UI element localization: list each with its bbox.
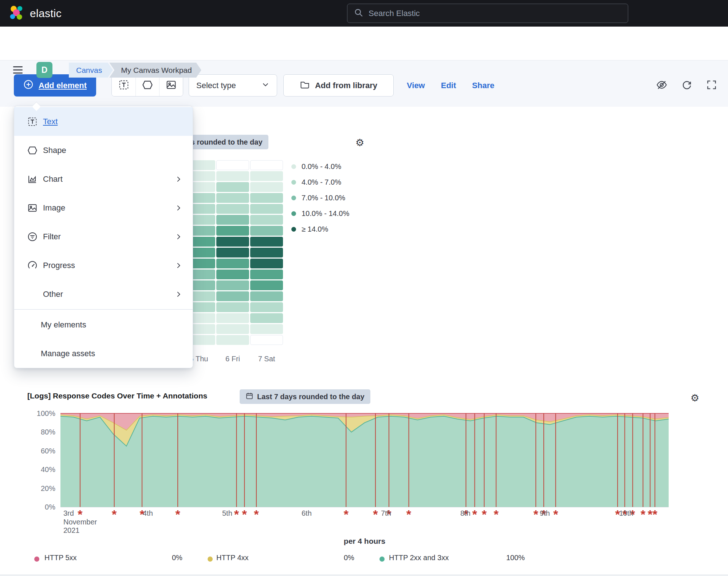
menu-item-my-elements[interactable]: My elements [14,310,193,339]
view-controls [656,74,717,97]
fullscreen-button[interactable] [706,79,717,91]
x-axis-caption: per 4 hours [60,537,669,546]
share-link[interactable]: Share [472,81,494,90]
heatmap-cell [216,280,249,290]
menu-item-label: Image [43,203,65,213]
insert-text-button[interactable] [112,75,135,96]
element-menu-items: TextShapeChartImageFilterProgressOther [14,107,193,308]
menu-item-label: Other [43,290,63,299]
time-badge-label: Last 7 days rounded to the day [257,393,365,401]
logs-chart-svg: ************************0%20%40%60%80%10… [0,408,728,535]
menu-divider [14,309,193,310]
breadcrumb-workpad: My Canvas Workpad [109,63,201,78]
legend-label[interactable]: HTTP 2xx and 3xx [389,554,449,562]
annotation-marker[interactable]: * [373,507,378,521]
view-link[interactable]: View [407,81,425,90]
menu-item-shape[interactable]: Shape [14,136,193,165]
heatmap-cell [216,204,249,214]
global-search[interactable] [347,4,628,23]
legend-label[interactable]: HTTP 5xx [44,554,77,562]
heatmap-legend-item[interactable]: 7.0% - 10.0% [291,190,349,206]
canvas-app: elastic D Canvas My Canvas Workpad Add e… [0,0,728,578]
heatmap-x-label: 6 Fri [216,355,249,363]
edit-link[interactable]: Edit [441,81,456,90]
heatmap-legend-item[interactable]: ≥ 14.0% [291,221,349,237]
elastic-home-button[interactable]: elastic [9,5,62,22]
plus-circle-icon [23,79,34,92]
chevron-right-icon [174,175,182,183]
heatmap-cell [250,182,283,192]
search-icon [354,8,363,19]
elastic-logo-icon [9,5,24,22]
add-from-library-button[interactable]: Add from library [283,74,394,97]
filter-icon [27,231,38,242]
chart-icon [27,174,38,185]
y-tick-label: 100% [37,409,55,417]
annotation-marker[interactable]: * [234,507,239,521]
annotation-marker[interactable]: * [482,507,487,521]
menu-item-progress[interactable]: Progress [14,251,193,280]
progress-icon [27,260,38,271]
x-tick-label: 9th [540,509,550,517]
annotation-marker[interactable]: * [344,507,349,521]
search-input[interactable] [369,9,621,18]
heatmap-cell [216,302,249,312]
legend-label[interactable]: HTTP 4xx [216,554,249,562]
refresh-button[interactable] [681,79,692,91]
annotation-marker[interactable]: * [494,507,499,521]
element-settings-button[interactable]: ⚙ [687,390,703,406]
heatmap-cell [250,259,283,268]
annotation-marker[interactable]: * [112,507,117,521]
annotation-marker[interactable]: * [406,507,412,521]
x-tick-sublabel: November [63,518,97,526]
menu-item-label: Manage assets [41,349,95,358]
annotation-marker[interactable]: * [648,507,653,521]
legend-dot [34,557,39,562]
heatmap-cell [216,226,249,236]
eye-slash-icon [656,79,668,92]
heatmap-cell [250,335,283,345]
annotation-marker[interactable]: * [653,507,658,521]
annotation-marker[interactable]: * [641,507,646,521]
x-tick-label: 10th [619,509,633,517]
menu-item-other[interactable]: Other [14,280,193,308]
hide-toolbar-button[interactable] [656,79,668,92]
heatmap-cell [216,270,249,279]
heatmap-cell [216,335,249,345]
insert-shape-button[interactable] [135,75,159,96]
menu-item-filter[interactable]: Filter [14,222,193,251]
annotation-marker[interactable]: * [553,507,558,521]
breadcrumb-bar: D Canvas My Canvas Workpad [0,27,728,60]
menu-item-chart[interactable]: Chart [14,165,193,193]
legend-range: ≥ 14.0% [302,225,328,233]
text-icon [118,79,129,91]
legend-dot [291,196,296,200]
annotation-marker[interactable]: * [254,507,259,521]
page-bottom-divider [0,575,728,575]
y-tick-label: 40% [41,465,55,473]
image-icon [27,203,38,213]
annotation-marker[interactable]: * [472,507,477,521]
avatar[interactable]: D [36,62,52,78]
breadcrumb-canvas[interactable]: Canvas [69,63,113,78]
nav-menu-button[interactable] [9,62,26,79]
select-type-dropdown[interactable]: Select type [189,74,277,97]
heatmap-cell [250,270,283,279]
annotation-marker[interactable]: * [242,507,247,521]
heatmap-legend-item[interactable]: 0.0% - 4.0% [291,159,349,174]
heatmap-legend-item[interactable]: 4.0% - 7.0% [291,174,349,190]
heatmap-cell [250,248,283,257]
menu-item-text[interactable]: Text [14,107,193,136]
element-settings-button[interactable]: ⚙ [352,135,368,151]
legend-range: 7.0% - 10.0% [302,194,345,202]
insert-image-button[interactable] [159,75,183,96]
time-filter-badge[interactable]: Last 7 days rounded to the day [240,389,370,404]
menu-item-manage-assets[interactable]: Manage assets [14,339,193,368]
annotation-marker[interactable]: * [534,507,539,521]
annotation-marker[interactable]: * [175,507,180,521]
heatmap-cell [250,324,283,334]
menu-item-image[interactable]: Image [14,193,193,222]
heatmap-legend-item[interactable]: 10.0% - 14.0% [291,206,349,221]
heatmap-cell [250,280,283,290]
add-element-label: Add element [39,81,87,90]
